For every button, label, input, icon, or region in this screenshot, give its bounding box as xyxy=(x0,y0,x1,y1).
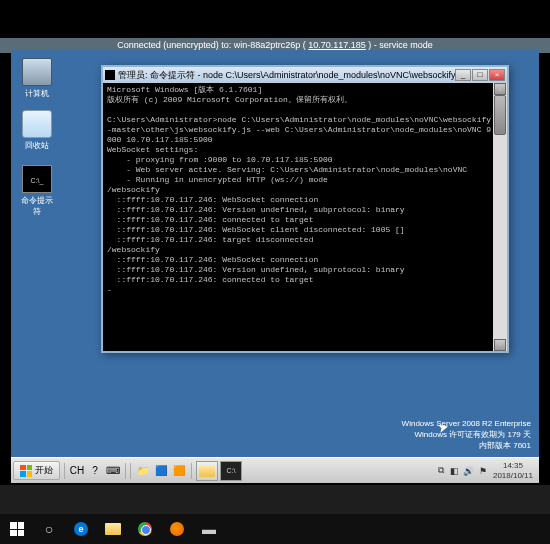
firefox-icon xyxy=(170,522,184,536)
clock-time: 14:35 xyxy=(493,461,533,471)
tray-network-icon[interactable]: ⧉ xyxy=(435,465,447,477)
tray-sound-icon[interactable]: 🔊 xyxy=(463,465,475,477)
cmd-title-icon xyxy=(105,70,115,80)
banner-prefix: Connected (unencrypted) to: xyxy=(117,40,234,50)
edge-icon: e xyxy=(74,522,88,536)
cmd-scrollbar[interactable]: ▴▾ xyxy=(493,83,507,351)
start-button[interactable]: 开始 xyxy=(13,461,60,480)
ql-app2-icon[interactable]: 🟧 xyxy=(171,463,187,479)
host-app-button[interactable]: ▬ xyxy=(196,516,222,542)
close-button[interactable]: × xyxy=(489,69,505,81)
quick-launch-bar: CH ? ⌨ xyxy=(64,463,126,479)
ql-keyboard-icon[interactable]: ⌨ xyxy=(105,463,121,479)
cmd-icon: C:\_ xyxy=(22,165,52,193)
lang-indicator[interactable]: CH xyxy=(69,463,85,479)
banner-suffix: - service mode xyxy=(371,40,433,50)
banner-host: win-88a2ptrc26p xyxy=(234,40,301,50)
host-firefox-button[interactable] xyxy=(164,516,190,542)
scroll-thumb[interactable] xyxy=(494,95,506,135)
taskbar-clock[interactable]: 14:35 2018/10/11 xyxy=(493,461,533,481)
icon-label: 命令提示符 xyxy=(19,195,55,217)
windows-branding: Windows Server 2008 R2 Enterprise Window… xyxy=(402,418,531,451)
chrome-icon xyxy=(138,522,152,536)
host-start-button[interactable] xyxy=(4,516,30,542)
ql-app-icon[interactable]: 🟦 xyxy=(153,463,169,479)
cmd-titlebar[interactable]: 管理员: 命令提示符 - node C:\Users\Administrator… xyxy=(103,67,507,83)
windows-logo-icon xyxy=(10,522,24,536)
minimize-button[interactable]: _ xyxy=(455,69,471,81)
icon-label: 计算机 xyxy=(19,88,55,99)
banner-ip-link[interactable]: 10.70.117.185 xyxy=(308,40,366,50)
task-cmd[interactable]: C:\ xyxy=(220,461,242,481)
remote-taskbar[interactable]: 开始 CH ? ⌨ 📁 🟦 🟧 C:\ ⧉ ◧ 🔊 xyxy=(11,457,539,483)
scroll-up-arrow[interactable]: ▴ xyxy=(494,83,506,95)
computer-icon xyxy=(22,58,52,86)
maximize-button[interactable]: □ xyxy=(472,69,488,81)
host-chrome-button[interactable] xyxy=(132,516,158,542)
folder-icon xyxy=(199,465,215,477)
folder-icon xyxy=(105,523,121,535)
branding-edition: Windows Server 2008 R2 Enterprise xyxy=(402,418,531,429)
desktop-icon-cmd-shortcut[interactable]: C:\_ 命令提示符 xyxy=(19,165,55,217)
cmd-text: Microsoft Windows [版本 6.1.7601] 版权所有 (c)… xyxy=(107,85,491,294)
icon-label: 回收站 xyxy=(19,140,55,151)
remote-desktop-area[interactable]: 计算机 回收站 C:\_ 命令提示符 管理员: 命令提示符 - node C:\… xyxy=(11,50,539,483)
vnc-viewer-frame: Connected (unencrypted) to: win-88a2ptrc… xyxy=(0,0,550,485)
host-edge-button[interactable]: e xyxy=(68,516,94,542)
desktop-icon-recycle-bin[interactable]: 回收站 xyxy=(19,110,55,151)
host-taskbar[interactable]: ○ e ▬ xyxy=(0,514,550,544)
task-explorer[interactable] xyxy=(196,461,218,481)
host-search-button[interactable]: ○ xyxy=(36,516,62,542)
cmd-window-title: 管理员: 命令提示符 - node C:\Users\Administrator… xyxy=(118,69,455,82)
desktop-icon-computer[interactable]: 计算机 xyxy=(19,58,55,99)
system-tray: ⧉ ◧ 🔊 ⚑ 14:35 2018/10/11 xyxy=(435,461,537,481)
ql-explorer-icon[interactable]: 📁 xyxy=(135,463,151,479)
ql-help-icon[interactable]: ? xyxy=(87,463,103,479)
tray-item-icon[interactable]: ◧ xyxy=(449,465,461,477)
scroll-down-arrow[interactable]: ▾ xyxy=(494,339,506,351)
windows-logo-icon xyxy=(20,465,32,477)
branding-license: Windows 许可证有效期为 179 天 xyxy=(402,429,531,440)
clock-date: 2018/10/11 xyxy=(493,471,533,481)
quick-launch-bar-2: 📁 🟦 🟧 xyxy=(130,463,192,479)
recycle-bin-icon xyxy=(22,110,52,138)
tray-flag-icon[interactable]: ⚑ xyxy=(477,465,489,477)
cmd-window[interactable]: 管理员: 命令提示符 - node C:\Users\Administrator… xyxy=(101,65,509,353)
branding-build: 内部版本 7601 xyxy=(402,440,531,451)
start-label: 开始 xyxy=(35,464,53,477)
cmd-output-area[interactable]: Microsoft Windows [版本 6.1.7601] 版权所有 (c)… xyxy=(103,83,507,351)
host-explorer-button[interactable] xyxy=(100,516,126,542)
taskbar-tasks: C:\ xyxy=(196,461,242,481)
